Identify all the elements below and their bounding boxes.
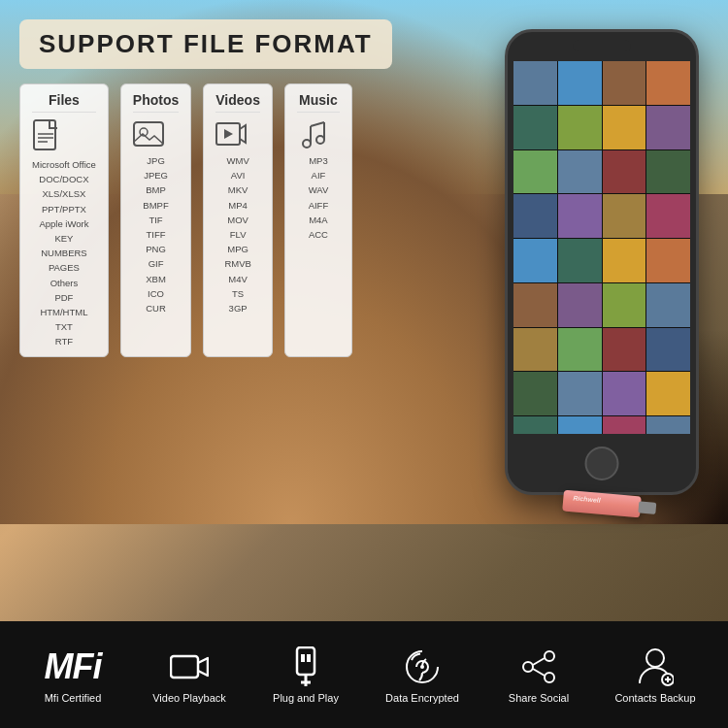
mfi-label: Mfi Certified [45, 692, 102, 704]
photo-29 [513, 372, 557, 415]
share-label: Share Social [509, 692, 569, 704]
top-panel: SUPPORT FILE FORMAT Files Microsoft Offi… [19, 19, 709, 357]
files-items: Microsoft Office DOC/DOCX XLS/XLSX PPT/P… [32, 157, 96, 348]
svg-point-8 [303, 140, 311, 148]
svg-rect-0 [34, 120, 55, 149]
usb-brand-text: Richwell [573, 494, 601, 503]
svg-point-25 [646, 649, 664, 667]
svg-rect-15 [301, 654, 305, 662]
feature-plug: Plug and Play [248, 645, 364, 704]
music-items: MP3 AIF WAV AIFF M4A ACC [297, 153, 340, 242]
format-col-music: Music MP3 AIF WAV AIFF M4A [284, 83, 352, 357]
encrypt-label: Data Encrypted [385, 692, 459, 704]
format-table: Files Microsoft Office DOC/DOCX XLS/XLSX… [19, 83, 709, 357]
svg-point-19 [420, 665, 424, 669]
svg-rect-13 [171, 656, 198, 678]
photo-35 [603, 416, 646, 434]
svg-line-12 [311, 122, 324, 126]
photo-30 [558, 372, 602, 415]
svg-point-9 [316, 136, 324, 144]
photos-items: JPG JPEG BMP BMPF TIF TIFF PNG GIF XBM I… [133, 153, 179, 315]
photo-33 [513, 416, 557, 434]
person-icon [634, 645, 677, 688]
main-container: SUPPORT FILE FORMAT Files Microsoft Offi… [0, 0, 728, 728]
music-icon [297, 118, 340, 149]
svg-point-20 [545, 651, 554, 661]
file-icon [32, 118, 96, 153]
videos-header: Videos [215, 92, 260, 113]
camera-icon [168, 645, 211, 688]
svg-point-21 [523, 662, 533, 672]
mfi-text-label: MFi [45, 646, 102, 687]
photo-32 [646, 372, 690, 415]
bottom-bar: MFi Mfi Certified Video Playback [0, 621, 728, 728]
format-col-videos: Videos WMV AVI MKV MP4 MOV FLV MPG [203, 83, 273, 357]
feature-video: Video Playback [131, 645, 248, 704]
format-col-photos: Photos JPG JPEG BMP BMPF TIF TIFF PNG [120, 83, 191, 357]
share-icon [517, 645, 560, 688]
contacts-label: Contacts Backup [614, 692, 695, 704]
phone-home-button [585, 447, 619, 480]
svg-rect-14 [297, 647, 314, 675]
support-title: SUPPORT FILE FORMAT [39, 29, 373, 58]
video-icon [215, 118, 260, 149]
svg-point-22 [545, 673, 554, 682]
format-col-files: Files Microsoft Office DOC/DOCX XLS/XLSX… [19, 83, 109, 357]
video-label: Video Playback [152, 692, 226, 704]
svg-line-24 [533, 669, 545, 676]
music-header: Music [297, 92, 340, 113]
photo-31 [603, 372, 646, 415]
usb-plug-icon [284, 645, 327, 688]
svg-rect-16 [307, 654, 311, 662]
svg-marker-7 [224, 129, 233, 139]
videos-items: WMV AVI MKV MP4 MOV FLV MPG RMVB M4V TS … [215, 153, 260, 315]
photos-header: Photos [133, 92, 179, 113]
feature-contacts: Contacts Backup [597, 645, 713, 704]
support-title-box: SUPPORT FILE FORMAT [19, 19, 392, 69]
usb-connector [638, 501, 656, 514]
photo-36 [646, 416, 690, 434]
photo-icon [133, 118, 179, 149]
mfi-icon: MFi [51, 645, 94, 688]
feature-encrypt: Data Encrypted [364, 645, 480, 704]
feature-share: Share Social [480, 645, 597, 704]
photo-34 [558, 416, 602, 434]
feature-mfi: MFi Mfi Certified [15, 645, 131, 704]
files-header: Files [32, 92, 96, 113]
svg-rect-4 [134, 122, 163, 146]
svg-line-23 [533, 658, 545, 665]
fingerprint-icon [401, 645, 444, 688]
plug-label: Plug and Play [273, 692, 339, 704]
